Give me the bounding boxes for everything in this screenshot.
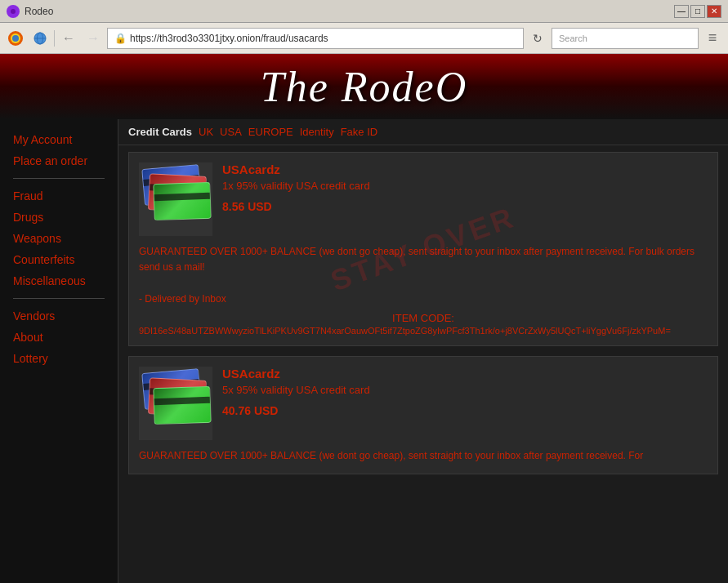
menu-button[interactable]: ≡: [702, 28, 723, 49]
product-body-1: GUARANTEED OVER 1000+ BALANCE (we dont g…: [139, 244, 708, 307]
address-bar[interactable]: 🔒 https://th3rod3o3301jtxy.onion/fraud/u…: [107, 28, 524, 49]
search-box[interactable]: Search: [552, 28, 699, 49]
sidebar-divider-2: [13, 298, 105, 299]
product-guarantee-1: GUARANTEED OVER 1000+ BALANCE (we dont g…: [139, 246, 695, 273]
svg-point-1: [11, 9, 16, 14]
product-guarantee-2: GUARANTEED OVER 1000+ BALANCE (we dont g…: [139, 450, 643, 461]
tab-fake-id[interactable]: Fake ID: [341, 126, 378, 138]
product-name-1: USAcardz: [222, 162, 708, 176]
product-price-2: 40.76 USD: [222, 404, 708, 417]
search-placeholder: Search: [559, 33, 587, 43]
item-code-label-1: ITEM CODE:: [139, 312, 708, 324]
sidebar-item-counterfeits[interactable]: Counterfeits: [0, 249, 118, 270]
svg-point-4: [12, 35, 19, 42]
browser-title: Rodeo: [25, 6, 53, 17]
product-top-2: USAcardz 5x 95% validity USA credit card…: [139, 367, 708, 440]
url-text: https://th3rod3o3301jtxy.onion/fraud/usa…: [130, 33, 516, 44]
product-image-1: [139, 162, 212, 236]
content-area[interactable]: Credit Cards UK USA EUROPE Identity Fake…: [118, 119, 728, 583]
product-desc-2: 5x 95% validity USA credit card: [222, 384, 708, 396]
tabs-bar: Credit Cards UK USA EUROPE Identity Fake…: [118, 119, 728, 145]
back-button[interactable]: ←: [58, 28, 79, 49]
tab-credit-cards[interactable]: Credit Cards: [128, 126, 192, 138]
sidebar-item-lottery[interactable]: Lottery: [0, 348, 118, 369]
site-title: The RodeO: [261, 63, 467, 111]
product-info-2: USAcardz 5x 95% validity USA credit card…: [222, 367, 708, 440]
product-card-1: USAcardz 1x 95% validity USA credit card…: [128, 152, 718, 346]
cc-card-green: [153, 182, 212, 220]
maximize-button[interactable]: □: [690, 5, 705, 18]
forward-button[interactable]: →: [83, 28, 104, 49]
site-title-text: The RodeO: [261, 64, 467, 110]
sidebar-divider-1: [13, 178, 105, 179]
product-top-1: USAcardz 1x 95% validity USA credit card…: [139, 162, 708, 236]
bookmarks-button[interactable]: [29, 28, 51, 49]
sidebar-item-about[interactable]: About: [0, 327, 118, 348]
product-delivery-1: - Delivered by Inbox: [139, 293, 226, 305]
sidebar-item-drugs[interactable]: Drugs: [0, 207, 118, 228]
browser-titlebar: Rodeo — □ ✕: [0, 0, 728, 23]
browser-toolbar: ← → 🔒 https://th3rod3o3301jtxy.onion/fra…: [0, 23, 728, 54]
sidebar-item-my-account[interactable]: My Account: [0, 129, 118, 150]
firefox-logo: [5, 28, 26, 49]
product-price-1: 8.56 USD: [222, 200, 708, 213]
refresh-button[interactable]: ↻: [527, 28, 548, 49]
product-desc-1: 1x 95% validity USA credit card: [222, 180, 708, 192]
sidebar-item-miscellaneous[interactable]: Miscellaneous: [0, 270, 118, 292]
close-button[interactable]: ✕: [707, 5, 721, 18]
sidebar: My Account Place an order Fraud Drugs We…: [0, 119, 118, 583]
cc-card-green-2: [153, 386, 212, 425]
card-image-graphic: [139, 162, 212, 236]
sidebar-item-vendors[interactable]: Vendors: [0, 305, 118, 327]
sidebar-item-fraud[interactable]: Fraud: [0, 185, 118, 207]
minimize-button[interactable]: —: [674, 5, 689, 18]
window-controls: — □ ✕: [674, 5, 721, 18]
browser-favicon: [7, 5, 20, 18]
card-image-graphic-2: [139, 367, 212, 440]
sidebar-item-weapons[interactable]: Weapons: [0, 228, 118, 249]
main-layout: My Account Place an order Fraud Drugs We…: [0, 119, 728, 583]
lock-icon: 🔒: [114, 33, 127, 44]
product-image-2: [139, 367, 212, 440]
tab-identity[interactable]: Identity: [300, 126, 334, 138]
site-header: The RodeO: [0, 54, 728, 119]
tab-uk[interactable]: UK: [199, 126, 213, 138]
product-card-2: USAcardz 5x 95% validity USA credit card…: [128, 356, 718, 474]
tab-usa[interactable]: USA: [220, 126, 242, 138]
item-code-value-1: 9DI16eS/48aUTZBWWwyzioTlLKiPKUv9GT7N4xar…: [139, 326, 708, 336]
product-name-2: USAcardz: [222, 367, 708, 381]
product-info-1: USAcardz 1x 95% validity USA credit card…: [222, 162, 708, 236]
product-body-2: GUARANTEED OVER 1000+ BALANCE (we dont g…: [139, 448, 708, 464]
titlebar-left: Rodeo: [7, 5, 53, 18]
sidebar-item-place-order[interactable]: Place an order: [0, 150, 118, 171]
products-container: USAcardz 1x 95% validity USA credit card…: [118, 145, 728, 491]
tab-europe[interactable]: EUROPE: [248, 126, 293, 138]
